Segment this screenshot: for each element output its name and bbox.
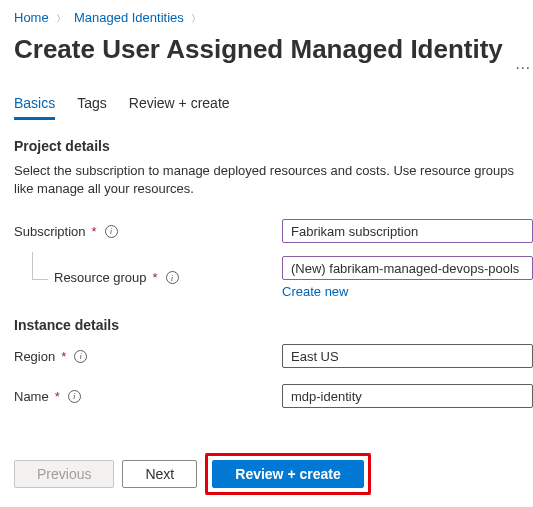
project-details-description: Select the subscription to manage deploy… — [14, 162, 533, 198]
instance-details-heading: Instance details — [14, 317, 533, 333]
chevron-right-icon: 〉 — [52, 12, 70, 26]
resource-group-label: Resource group — [54, 270, 147, 285]
footer-actions: Previous Next Review + create — [14, 453, 371, 495]
tree-connector-icon — [32, 252, 48, 280]
project-details-heading: Project details — [14, 138, 533, 154]
tab-tags[interactable]: Tags — [77, 95, 107, 120]
region-input[interactable] — [282, 344, 533, 368]
name-input[interactable] — [282, 384, 533, 408]
subscription-label: Subscription — [14, 224, 86, 239]
required-icon: * — [61, 349, 66, 364]
create-new-link[interactable]: Create new — [282, 284, 348, 299]
name-label: Name — [14, 389, 49, 404]
breadcrumb-managed-identities[interactable]: Managed Identities — [74, 10, 184, 25]
breadcrumb-home[interactable]: Home — [14, 10, 49, 25]
info-icon[interactable]: i — [105, 225, 118, 238]
review-create-button[interactable]: Review + create — [212, 460, 363, 488]
previous-button: Previous — [14, 460, 114, 488]
required-icon: * — [153, 270, 158, 285]
required-icon: * — [55, 389, 60, 404]
resource-group-input[interactable] — [282, 256, 533, 280]
highlight-annotation: Review + create — [205, 453, 370, 495]
info-icon[interactable]: i — [68, 390, 81, 403]
more-icon[interactable]: … — [515, 55, 532, 73]
info-icon[interactable]: i — [166, 271, 179, 284]
tab-basics[interactable]: Basics — [14, 95, 55, 120]
tab-review-create[interactable]: Review + create — [129, 95, 230, 120]
breadcrumb: Home 〉 Managed Identities 〉 — [14, 10, 533, 32]
required-icon: * — [92, 224, 97, 239]
subscription-input[interactable] — [282, 219, 533, 243]
info-icon[interactable]: i — [74, 350, 87, 363]
region-label: Region — [14, 349, 55, 364]
tab-bar: Basics Tags Review + create — [14, 95, 533, 120]
page-title: Create User Assigned Managed Identity — [14, 34, 503, 65]
next-button[interactable]: Next — [122, 460, 197, 488]
chevron-right-icon: 〉 — [187, 12, 205, 26]
